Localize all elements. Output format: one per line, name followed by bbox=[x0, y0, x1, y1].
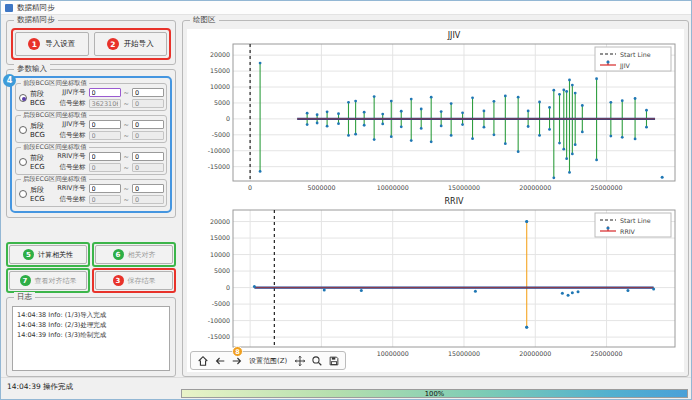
svg-text:10000000: 10000000 bbox=[377, 184, 409, 191]
rriv-index-label: RRIV序号 bbox=[56, 184, 86, 193]
rear-bcg-jjiv-to-input[interactable] bbox=[132, 120, 164, 129]
range-separator: ~ bbox=[124, 100, 129, 108]
svg-text:20000000: 20000000 bbox=[519, 350, 551, 357]
range-separator: ~ bbox=[124, 153, 129, 161]
front-ecg-coord-to-input bbox=[132, 163, 164, 172]
rriv-chart[interactable]: 0500000010000000150000002000000025000000… bbox=[187, 195, 684, 361]
start-import-button[interactable]: 2 开始导入 bbox=[94, 32, 168, 56]
set-range-button[interactable]: 设置范围(Z) bbox=[247, 355, 289, 367]
rear-ecg-radio[interactable]: 后段ECG bbox=[19, 185, 56, 203]
log-group-title: 日志 bbox=[14, 292, 35, 302]
jjiv-chart[interactable]: 0500000010000000150000002000000025000000… bbox=[187, 29, 684, 195]
calc-correlation-label: 计算相关性 bbox=[38, 250, 73, 260]
rear-ecg-rriv-from-input[interactable] bbox=[89, 184, 121, 193]
front-ecg-rriv-to-input[interactable] bbox=[132, 152, 164, 161]
svg-text:10000: 10000 bbox=[210, 251, 230, 258]
radio-icon[interactable] bbox=[19, 190, 27, 198]
front-ecg-rriv-from-input[interactable] bbox=[89, 152, 121, 161]
sync-group-title: 数据精同步 bbox=[14, 15, 58, 25]
step-badge-2: 2 bbox=[107, 38, 119, 50]
front-ecg-coord-from-input bbox=[89, 163, 121, 172]
front-bcg-coord-from-input bbox=[89, 99, 121, 108]
svg-text:20000: 20000 bbox=[210, 218, 230, 225]
param-highlight: 4 前段BCG区间坐标取值 前段BCG JJIV序号 ~ bbox=[10, 76, 172, 213]
log-output[interactable]: 14:04:38 Info: (1/3)导入完成 14:04:38 Info: … bbox=[12, 306, 170, 371]
save-icon[interactable] bbox=[327, 354, 340, 367]
svg-text:10000: 10000 bbox=[210, 83, 230, 90]
front-bcg-jjiv-to-input[interactable] bbox=[132, 88, 164, 97]
front-bcg-radio-label: 前段BCG bbox=[30, 89, 56, 107]
plot-group: 绘图区 050000001000000015000000200000002500… bbox=[182, 20, 689, 377]
rear-bcg-radio[interactable]: 后段BCG bbox=[19, 121, 56, 139]
svg-text:15000000: 15000000 bbox=[448, 184, 480, 191]
radio-icon[interactable] bbox=[19, 126, 27, 134]
correlation-align-label: 相关对齐 bbox=[128, 250, 156, 260]
svg-text:15000000: 15000000 bbox=[448, 350, 480, 357]
rear-ecg-section-title: 后段ECG区间坐标取值 bbox=[21, 175, 89, 184]
step-badge-5: 5 bbox=[23, 249, 34, 260]
plot-canvas: 0500000010000000150000002000000025000000… bbox=[187, 29, 684, 372]
front-bcg-section-title: 前段BCG区间坐标取值 bbox=[21, 79, 89, 88]
svg-text:-15000: -15000 bbox=[208, 163, 230, 170]
signal-coord-label: 信号坐标 bbox=[56, 163, 86, 172]
save-result-highlight: 3 保存结果 bbox=[92, 268, 176, 293]
svg-text:RRIV: RRIV bbox=[445, 197, 464, 206]
status-text: 14:04:39 操作完成 bbox=[7, 382, 73, 392]
front-ecg-radio[interactable]: 前段ECG bbox=[19, 153, 56, 171]
range-separator: ~ bbox=[124, 132, 129, 140]
svg-text:20000: 20000 bbox=[210, 51, 230, 58]
step-badge-3: 3 bbox=[113, 275, 124, 286]
step-badge-1: 1 bbox=[28, 38, 40, 50]
view-align-result-label: 查看对齐结果 bbox=[35, 276, 77, 286]
rear-bcg-coord-from-input bbox=[89, 131, 121, 140]
progress-bar: 100% bbox=[181, 389, 688, 398]
svg-text:5000: 5000 bbox=[214, 267, 230, 274]
save-result-button[interactable]: 3 保存结果 bbox=[95, 271, 173, 290]
pan-icon[interactable] bbox=[293, 354, 306, 367]
home-icon[interactable] bbox=[196, 354, 209, 367]
import-settings-button[interactable]: 1 导入设置 bbox=[15, 32, 89, 56]
back-icon[interactable] bbox=[213, 354, 226, 367]
plot-group-title: 绘图区 bbox=[190, 15, 219, 25]
front-ecg-section-title: 前段ECG区间坐标取值 bbox=[21, 143, 89, 152]
rear-ecg-rriv-to-input[interactable] bbox=[132, 184, 164, 193]
app-icon bbox=[5, 4, 13, 12]
front-bcg-radio[interactable]: 前段BCG bbox=[19, 89, 56, 107]
svg-text:0: 0 bbox=[226, 115, 230, 122]
rear-ecg-section: 后段ECG区间坐标取值 后段ECG RRIV序号 ~ bbox=[15, 179, 167, 207]
front-bcg-jjiv-from-input[interactable] bbox=[89, 88, 121, 97]
import-settings-label: 导入设置 bbox=[45, 39, 75, 49]
rear-bcg-radio-label: 后段BCG bbox=[30, 121, 56, 139]
svg-text:JJIV: JJIV bbox=[447, 31, 461, 40]
jjiv-index-label: JJIV序号 bbox=[56, 88, 86, 97]
radio-icon[interactable] bbox=[19, 94, 27, 102]
svg-text:20000000: 20000000 bbox=[519, 184, 551, 191]
log-line: 14:04:38 Info: (2/3)处理完成 bbox=[17, 320, 165, 330]
svg-text:5000000: 5000000 bbox=[307, 184, 335, 191]
calc-correlation-button[interactable]: 5 计算相关性 bbox=[9, 245, 87, 264]
correlation-align-button[interactable]: 6 相关对齐 bbox=[95, 245, 173, 264]
svg-text:10000000: 10000000 bbox=[377, 350, 409, 357]
svg-text:-10000: -10000 bbox=[208, 147, 230, 154]
magnifier-icon[interactable] bbox=[310, 354, 323, 367]
start-import-label: 开始导入 bbox=[124, 39, 154, 49]
rear-ecg-radio-label: 后段ECG bbox=[30, 185, 56, 203]
status-bar: 14:04:39 操作完成 100% bbox=[1, 377, 691, 399]
svg-text:JJIV: JJIV bbox=[619, 62, 631, 70]
calc-correlation-highlight: 5 计算相关性 bbox=[6, 242, 90, 267]
radio-icon[interactable] bbox=[19, 158, 27, 166]
svg-text:-15000: -15000 bbox=[208, 333, 230, 340]
range-separator: ~ bbox=[124, 185, 129, 193]
svg-text:0: 0 bbox=[226, 284, 230, 291]
correlation-align-highlight: 6 相关对齐 bbox=[92, 242, 176, 267]
front-bcg-coord-to-input bbox=[132, 99, 164, 108]
save-result-label: 保存结果 bbox=[128, 276, 156, 286]
view-align-result-button[interactable]: 7 查看对齐结果 bbox=[9, 271, 87, 290]
rear-bcg-coord-to-input bbox=[132, 131, 164, 140]
rear-bcg-jjiv-from-input[interactable] bbox=[89, 120, 121, 129]
sync-group: 数据精同步 1 导入设置 2 开始导入 bbox=[6, 20, 176, 65]
import-buttons-highlight: 1 导入设置 2 开始导入 bbox=[11, 28, 171, 60]
param-group: 参数输入 4 前段BCG区间坐标取值 前段BCG JJIV序号 ~ bbox=[6, 69, 176, 218]
front-bcg-section: 前段BCG区间坐标取值 前段BCG JJIV序号 ~ bbox=[15, 83, 167, 111]
rear-bcg-section-title: 后段BCG区间坐标取值 bbox=[21, 111, 89, 120]
